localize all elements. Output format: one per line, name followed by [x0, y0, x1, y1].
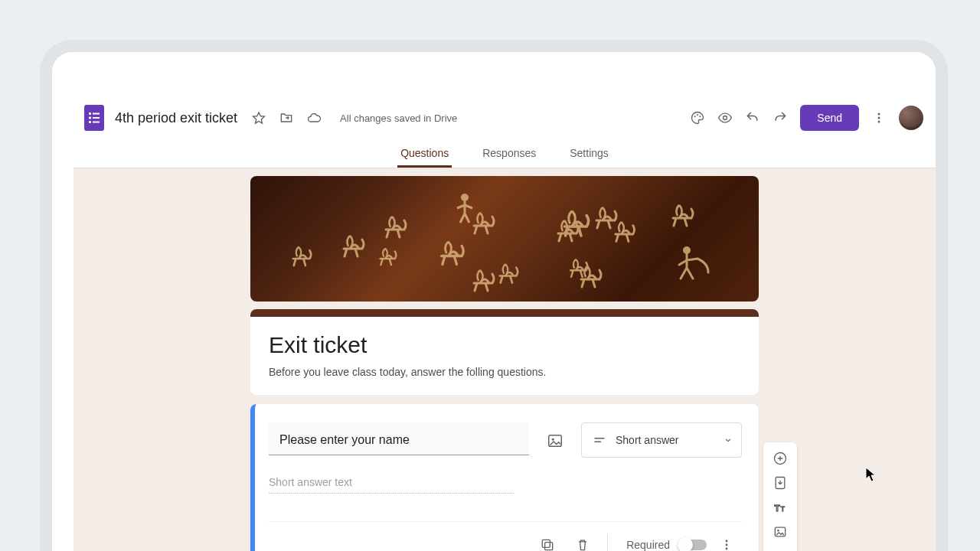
answer-placeholder: Short answer text	[269, 476, 514, 494]
svg-point-14	[461, 194, 469, 201]
svg-point-12	[878, 121, 880, 123]
palette-icon[interactable]	[687, 107, 708, 129]
tab-settings[interactable]: Settings	[567, 141, 612, 168]
duplicate-icon[interactable]	[532, 530, 563, 551]
short-answer-icon	[593, 433, 606, 447]
question-type-select[interactable]: Short answer	[581, 422, 742, 458]
tab-questions[interactable]: Questions	[397, 141, 452, 168]
mouse-cursor-icon	[865, 467, 876, 482]
svg-rect-0	[89, 112, 91, 115]
svg-text:T: T	[775, 503, 780, 513]
svg-rect-1	[93, 113, 100, 115]
svg-rect-2	[89, 117, 91, 119]
svg-point-27	[777, 530, 779, 532]
undo-icon[interactable]	[742, 107, 763, 129]
document-title[interactable]: 4th period exit ticket	[115, 110, 237, 126]
question-text-input[interactable]	[279, 433, 518, 447]
svg-point-21	[726, 548, 728, 550]
svg-point-11	[878, 117, 880, 119]
add-image-toolbar-icon[interactable]	[766, 520, 794, 543]
svg-point-9	[724, 116, 727, 120]
form-description[interactable]: Before you leave class today, answer the…	[269, 366, 740, 378]
required-toggle[interactable]	[679, 540, 707, 550]
tab-responses[interactable]: Responses	[479, 141, 539, 168]
question-card[interactable]: Short answer Short answer text Required	[250, 404, 759, 551]
delete-icon[interactable]	[567, 530, 598, 551]
account-avatar[interactable]	[899, 106, 923, 130]
svg-rect-3	[93, 117, 100, 119]
send-button[interactable]: Send	[800, 105, 859, 131]
question-type-label: Short answer	[616, 434, 678, 446]
svg-text:T: T	[781, 505, 785, 513]
question-text-field[interactable]	[269, 422, 529, 455]
move-folder-icon[interactable]	[276, 107, 297, 129]
import-questions-icon[interactable]	[766, 471, 794, 494]
add-question-icon[interactable]	[766, 447, 794, 470]
add-title-icon[interactable]: TT	[766, 496, 794, 519]
star-icon[interactable]	[248, 107, 270, 129]
forms-logo-icon[interactable]	[84, 105, 104, 131]
save-status: All changes saved in Drive	[340, 112, 457, 124]
svg-point-6	[694, 116, 696, 117]
svg-point-10	[878, 113, 880, 116]
question-more-icon[interactable]	[711, 530, 742, 551]
form-title[interactable]: Exit ticket	[269, 332, 740, 358]
svg-point-20	[726, 544, 728, 546]
form-header-image[interactable]	[250, 176, 759, 302]
required-label: Required	[626, 539, 670, 551]
more-vert-icon[interactable]	[868, 107, 890, 129]
svg-point-19	[726, 540, 728, 543]
add-image-icon[interactable]	[540, 425, 570, 456]
svg-rect-4	[89, 121, 91, 123]
chevron-down-icon	[723, 435, 733, 445]
cloud-saved-icon	[303, 107, 325, 129]
redo-icon[interactable]	[769, 107, 791, 129]
svg-point-8	[700, 116, 701, 117]
svg-point-7	[697, 114, 698, 116]
svg-rect-5	[93, 122, 100, 123]
svg-rect-17	[545, 543, 553, 550]
form-header-card[interactable]: Exit ticket Before you leave class today…	[250, 309, 759, 395]
svg-point-16	[552, 439, 554, 441]
svg-rect-18	[543, 540, 550, 547]
preview-eye-icon[interactable]	[714, 107, 736, 129]
